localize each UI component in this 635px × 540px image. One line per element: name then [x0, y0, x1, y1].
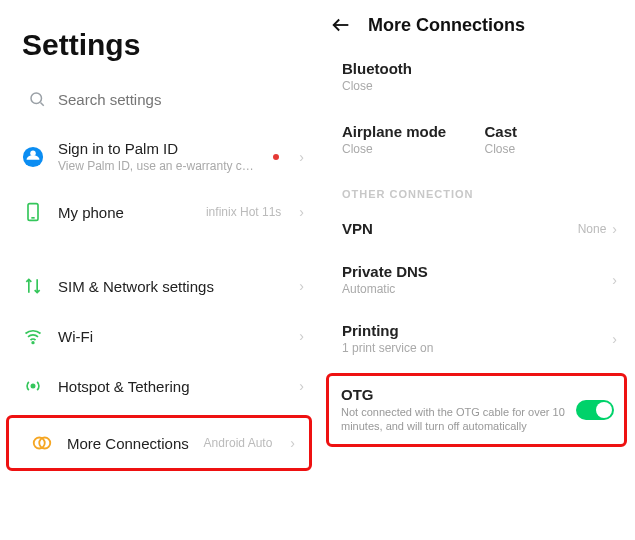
row-text: Printing 1 print service on	[342, 322, 606, 355]
row-title: Printing	[342, 322, 606, 339]
row-title: Bluetooth	[342, 60, 617, 77]
phone-icon	[22, 201, 44, 223]
row-title: My phone	[58, 204, 192, 221]
row-airplane-mode[interactable]: Airplane mode Close	[342, 123, 475, 156]
row-subtitle: Close	[342, 79, 617, 93]
chevron-right-icon: ›	[299, 204, 304, 220]
svg-point-6	[32, 342, 34, 344]
svg-line-1	[40, 102, 43, 105]
row-airplane-cast: Airplane mode Close Cast Close	[318, 105, 635, 168]
row-right-value: infinix Hot 11s	[206, 205, 281, 219]
section-label-other: OTHER CONNECTION	[318, 168, 635, 206]
chevron-right-icon: ›	[612, 221, 617, 237]
row-more-connections[interactable]: More Connections Android Auto ›	[6, 415, 312, 471]
row-title: Sign in to Palm ID	[58, 140, 259, 157]
row-text: Private DNS Automatic	[342, 263, 606, 296]
notification-dot-icon	[273, 154, 279, 160]
row-palm-id[interactable]: Sign in to Palm ID View Palm ID, use an …	[0, 126, 318, 187]
palm-id-icon	[22, 146, 44, 168]
chevron-right-icon: ›	[612, 272, 617, 288]
row-title: OTG	[341, 386, 566, 403]
chevron-right-icon: ›	[299, 149, 304, 165]
chevron-right-icon: ›	[290, 435, 295, 451]
svg-point-3	[30, 150, 36, 156]
search-icon	[28, 90, 46, 108]
row-subtitle: Close	[342, 142, 475, 156]
otg-toggle[interactable]	[576, 400, 614, 420]
header-title: More Connections	[368, 15, 525, 36]
row-right-value: None	[578, 222, 607, 236]
hotspot-icon	[22, 375, 44, 397]
row-title: Hotspot & Tethering	[58, 378, 285, 395]
row-title: Cast	[485, 123, 618, 140]
header: More Connections	[318, 0, 635, 46]
row-subtitle: Close	[485, 142, 618, 156]
row-vpn[interactable]: VPN None ›	[318, 206, 635, 249]
wifi-icon	[22, 325, 44, 347]
page-title: Settings	[0, 0, 318, 62]
sim-icon	[22, 275, 44, 297]
row-my-phone[interactable]: My phone infinix Hot 11s ›	[0, 187, 318, 237]
row-text: More Connections	[67, 435, 190, 452]
row-text: Wi-Fi	[58, 328, 285, 345]
svg-point-7	[31, 384, 34, 387]
row-title: VPN	[342, 220, 578, 237]
chevron-right-icon: ›	[299, 378, 304, 394]
back-icon[interactable]	[330, 14, 352, 36]
row-otg[interactable]: OTG Not connected with the OTG cable for…	[326, 373, 627, 447]
row-title: SIM & Network settings	[58, 278, 285, 295]
row-hotspot[interactable]: Hotspot & Tethering ›	[0, 361, 318, 411]
chevron-right-icon: ›	[299, 278, 304, 294]
row-subtitle: Automatic	[342, 282, 606, 296]
row-title: Private DNS	[342, 263, 606, 280]
connections-icon	[31, 432, 53, 454]
row-subtitle: 1 print service on	[342, 341, 606, 355]
row-printing[interactable]: Printing 1 print service on ›	[318, 308, 635, 367]
row-cast[interactable]: Cast Close	[485, 123, 618, 156]
row-bluetooth[interactable]: Bluetooth Close	[318, 46, 635, 105]
row-text: Hotspot & Tethering	[58, 378, 285, 395]
row-title: Wi-Fi	[58, 328, 285, 345]
row-right-value: Android Auto	[204, 436, 273, 450]
row-title: More Connections	[67, 435, 190, 452]
settings-panel: Settings Sign in to Palm ID View Palm ID…	[0, 0, 318, 540]
row-text: Bluetooth Close	[342, 60, 617, 93]
row-sim-network[interactable]: SIM & Network settings ›	[0, 261, 318, 311]
row-text: OTG Not connected with the OTG cable for…	[341, 386, 566, 434]
search-row[interactable]	[0, 62, 318, 126]
row-text: VPN	[342, 220, 578, 237]
more-connections-panel: More Connections Bluetooth Close Airplan…	[318, 0, 635, 540]
row-text: SIM & Network settings	[58, 278, 285, 295]
row-text: My phone	[58, 204, 192, 221]
row-private-dns[interactable]: Private DNS Automatic ›	[318, 249, 635, 308]
row-wifi[interactable]: Wi-Fi ›	[0, 311, 318, 361]
search-input[interactable]	[58, 91, 296, 108]
chevron-right-icon: ›	[299, 328, 304, 344]
row-subtitle: View Palm ID, use an e-warranty card, an…	[58, 159, 259, 173]
row-title: Airplane mode	[342, 123, 475, 140]
svg-point-0	[31, 93, 42, 104]
chevron-right-icon: ›	[612, 331, 617, 347]
row-text: Sign in to Palm ID View Palm ID, use an …	[58, 140, 259, 173]
row-subtitle: Not connected with the OTG cable for ove…	[341, 405, 566, 434]
